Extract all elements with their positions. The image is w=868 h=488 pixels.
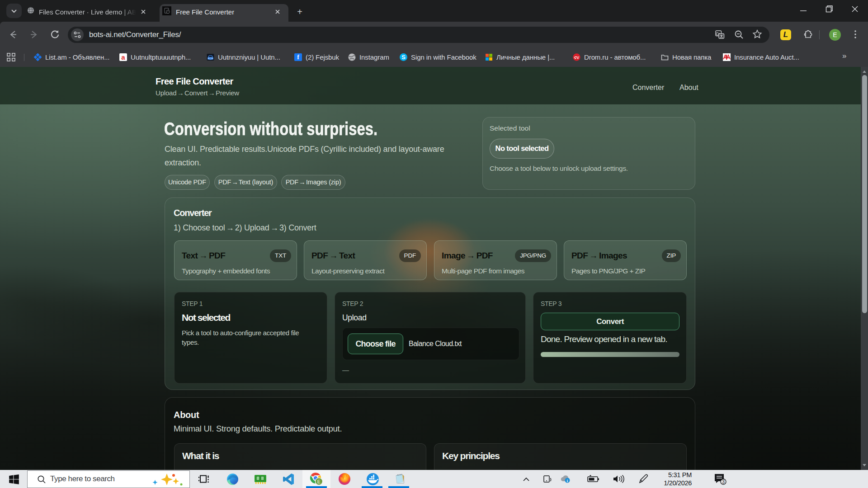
svg-text:E: E	[317, 479, 321, 484]
svg-text:3: 3	[722, 479, 725, 484]
